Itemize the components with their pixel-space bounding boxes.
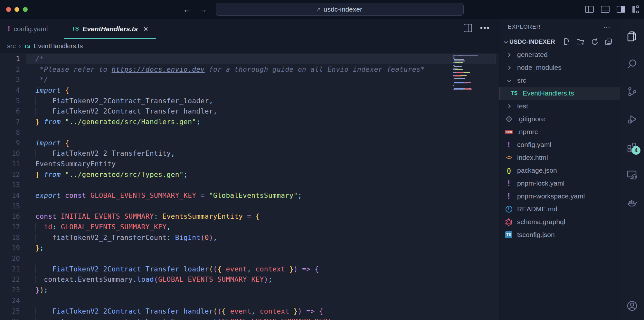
minimize-window-button[interactable] [14, 7, 19, 12]
tree-item-label: src [517, 77, 526, 84]
tree-item--gitignore[interactable]: .gitignore [499, 113, 620, 125]
tree-item-pnpm-workspace-yaml[interactable]: !pnpm-workspace.yaml [499, 190, 620, 203]
split-editor-icon[interactable] [464, 24, 472, 32]
extensions-icon[interactable]: 4 [626, 141, 638, 153]
line-number[interactable]: 5 [0, 96, 20, 106]
code-line[interactable]: 6 FiatTokenV2_2Contract_Transfer_handler… [0, 106, 499, 117]
breadcrumb-file[interactable]: EventHandlers.ts [34, 42, 83, 50]
navigate-forward-icon[interactable]: → [199, 5, 207, 14]
line-number[interactable]: 22 [0, 274, 20, 285]
refresh-icon[interactable] [591, 38, 599, 46]
tree-item-config-yaml[interactable]: !config.yaml [499, 138, 620, 151]
command-center-search[interactable]: ⌕ usdc-indexer [216, 3, 464, 16]
code-line[interactable]: 9import { [0, 138, 499, 149]
line-number[interactable]: 25 [0, 306, 20, 317]
code-line[interactable]: 18 fiatTokenV2_2_TransferCount: BigInt(0… [0, 233, 499, 243]
line-number[interactable]: 20 [0, 253, 20, 264]
line-number[interactable]: 11 [0, 159, 20, 169]
new-folder-icon[interactable] [576, 38, 585, 46]
tree-item-tsconfig-json[interactable]: TStsconfig.json [499, 228, 620, 241]
code-line[interactable]: 25 FiatTokenV2_2Contract_Transfer_handle… [0, 306, 499, 317]
line-number[interactable]: 7 [0, 117, 20, 127]
line-number[interactable]: 16 [0, 211, 20, 222]
source-control-icon[interactable] [626, 86, 638, 97]
code-line[interactable]: 11EventsSummaryEntity [0, 159, 499, 169]
tree-item-src[interactable]: src [499, 74, 620, 87]
line-number[interactable]: 6 [0, 106, 20, 117]
tree-item-schema-graphql[interactable]: schema.graphql [499, 215, 620, 228]
tree-item-package-json[interactable]: {}package.json [499, 164, 620, 177]
line-number[interactable]: 10 [0, 148, 20, 159]
navigate-back-icon[interactable]: ← [183, 5, 191, 14]
code-line[interactable]: 2 *Please refer to https://docs.envio.de… [0, 64, 499, 75]
code-line[interactable]: 14export const GLOBAL_EVENTS_SUMMARY_KEY… [0, 190, 499, 201]
customize-layout-icon[interactable] [632, 5, 639, 13]
toggle-right-sidebar-icon[interactable] [617, 6, 625, 13]
collapse-all-icon[interactable] [604, 38, 613, 46]
code-line[interactable]: 4import { [0, 85, 499, 96]
code-line[interactable]: 19}; [0, 243, 499, 253]
close-window-button[interactable] [6, 7, 11, 12]
search-icon[interactable] [626, 58, 638, 70]
code-line[interactable]: 23}); [0, 285, 499, 296]
workspace-section-header[interactable]: USDC-INDEXER [499, 35, 620, 48]
account-icon[interactable] [626, 300, 638, 312]
code-token: . [141, 318, 146, 320]
line-number[interactable]: 1 [0, 54, 20, 64]
tree-item--npmrc[interactable]: npm.npmrc [499, 125, 620, 138]
line-number[interactable]: 12 [0, 169, 20, 180]
code-line[interactable]: 22 context.EventsSummary.load(GLOBAL_EVE… [0, 274, 499, 285]
code-line[interactable]: 20 [0, 253, 499, 264]
code-line[interactable]: 26 const summary = context.EventsSummary… [0, 316, 499, 320]
code-line[interactable]: 8 [0, 127, 499, 138]
line-number[interactable]: 26 [0, 316, 20, 320]
line-number[interactable]: 18 [0, 233, 20, 243]
line-number[interactable]: 23 [0, 285, 20, 296]
code-line[interactable]: 15 [0, 201, 499, 212]
tree-item-readme-md[interactable]: iREADME.md [499, 203, 620, 215]
code-line[interactable]: 5 FiatTokenV2_2Contract_Transfer_loader, [0, 96, 499, 106]
code-line[interactable]: 21 FiatTokenV2_2Contract_Transfer_loader… [0, 264, 499, 275]
tree-item-generated[interactable]: generated [499, 48, 620, 61]
new-file-icon[interactable] [562, 38, 571, 46]
line-number[interactable]: 19 [0, 243, 20, 253]
code-line[interactable]: 17 id: GLOBAL_EVENTS_SUMMARY_KEY, [0, 222, 499, 233]
line-number[interactable]: 4 [0, 85, 20, 96]
line-number[interactable]: 21 [0, 264, 20, 275]
code-area[interactable]: 1/*2 *Please refer to https://docs.envio… [0, 53, 499, 320]
files-icon[interactable] [626, 31, 638, 42]
code-line[interactable]: 7} from "../generated/src/Handlers.gen"; [0, 117, 499, 127]
line-number[interactable]: 3 [0, 75, 20, 85]
tree-item-test[interactable]: test [499, 100, 620, 113]
tree-item-pnpm-lock-yaml[interactable]: !pnpm-lock.yaml [499, 177, 620, 190]
run-debug-icon[interactable] [626, 114, 638, 125]
code-line[interactable]: 13 [0, 180, 499, 190]
remote-explorer-icon[interactable] [626, 169, 638, 180]
docker-icon[interactable] [626, 197, 638, 208]
ts-badge-icon: TS [505, 231, 513, 238]
code-line[interactable]: 10 FiatTokenV2_2_TransferEntity, [0, 148, 499, 159]
toggle-panel-icon[interactable] [601, 6, 610, 13]
tab-eventhandlers-ts[interactable]: TS EventHandlers.ts ✕ [64, 19, 156, 39]
code-line[interactable]: 1/* [0, 54, 499, 64]
line-number[interactable]: 24 [0, 296, 20, 306]
toggle-left-sidebar-icon[interactable] [585, 6, 594, 13]
line-number[interactable]: 15 [0, 201, 20, 212]
code-line[interactable]: 16const INITIAL_EVENTS_SUMMARY: EventsSu… [0, 211, 499, 222]
line-number[interactable]: 17 [0, 222, 20, 233]
code-line[interactable]: 24 [0, 296, 499, 306]
tree-item-index-html[interactable]: <>index.html [499, 151, 620, 164]
line-number[interactable]: 8 [0, 127, 20, 138]
line-number[interactable]: 13 [0, 180, 20, 190]
maximize-window-button[interactable] [23, 7, 28, 12]
code-line[interactable]: 3 */ [0, 75, 499, 85]
close-tab-icon[interactable]: ✕ [143, 25, 148, 33]
code-line[interactable]: 12} from "../generated/src/Types.gen"; [0, 169, 499, 180]
line-number[interactable]: 9 [0, 138, 20, 149]
tree-item-node-modules[interactable]: node_modules [499, 61, 620, 74]
tree-item-eventhandlers-ts[interactable]: TSEventHandlers.ts [499, 87, 620, 100]
tab-config-yaml[interactable]: ! config.yaml [0, 19, 56, 39]
line-number[interactable]: 2 [0, 64, 20, 75]
breadcrumb-folder[interactable]: src [7, 42, 16, 50]
line-number[interactable]: 14 [0, 190, 20, 201]
